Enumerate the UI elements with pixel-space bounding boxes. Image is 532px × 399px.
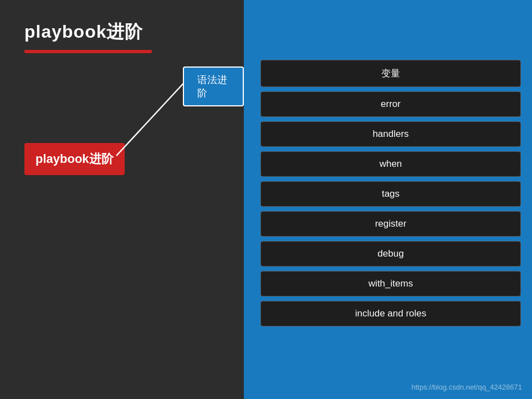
syntax-box[interactable]: 语法进阶 [183, 66, 244, 106]
item-error[interactable]: error [260, 91, 521, 117]
watermark: https://blog.csdn.net/qq_42428671 [412, 383, 523, 391]
right-panel: 变量errorhandlerswhentagsregisterdebugwith… [244, 0, 532, 399]
item-register[interactable]: register [260, 211, 521, 237]
item-bianliang[interactable]: 变量 [260, 60, 521, 87]
left-panel: playbook进阶 playbook进阶 语法进阶 [0, 0, 244, 399]
item-with_items[interactable]: with_items [260, 271, 521, 296]
playbook-box[interactable]: playbook进阶 [24, 143, 125, 175]
item-debug[interactable]: debug [260, 241, 521, 267]
page-title: playbook进阶 [24, 20, 143, 44]
title-underline [24, 50, 152, 53]
item-when[interactable]: when [260, 151, 521, 177]
item-include[interactable]: include and roles [260, 301, 521, 326]
item-tags[interactable]: tags [260, 181, 521, 207]
menu-list: 变量errorhandlerswhentagsregisterdebugwith… [260, 60, 521, 326]
connector-line [0, 0, 244, 399]
item-handlers[interactable]: handlers [260, 121, 521, 147]
svg-line-0 [116, 80, 186, 156]
